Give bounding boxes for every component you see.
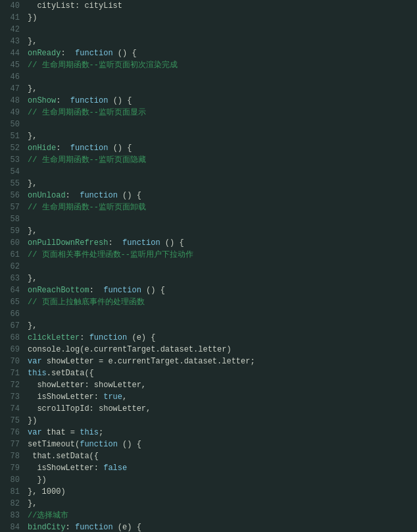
line: 51}, (0, 130, 417, 142)
line: 50 (0, 119, 417, 130)
line-number: 54 (0, 166, 25, 178)
line: 44onReady: function () { (0, 47, 417, 59)
line-number: 70 (0, 356, 25, 367)
line-code: }, (25, 273, 37, 284)
line-code: }) (25, 474, 47, 486)
line-number: 81 (0, 486, 25, 498)
line: 57// 生命周期函数--监听页面卸载 (0, 201, 417, 213)
line-number: 59 (0, 225, 25, 237)
line: 77setTimeout(function () { (0, 439, 417, 450)
line-code: that.setData({ (25, 450, 99, 462)
line: 69console.log(e.currentTarget.dataset.le… (0, 344, 417, 356)
line-number: 47 (0, 83, 25, 95)
line-code: onPullDownRefresh: function () { (25, 237, 184, 249)
line: 60onPullDownRefresh: function () { (0, 237, 417, 249)
line: 41}) (0, 12, 417, 24)
line-code: }, (25, 498, 37, 510)
line-code: }, (25, 320, 37, 332)
line-number: 79 (0, 462, 25, 474)
line: 75}) (0, 415, 417, 427)
line: 54 (0, 166, 417, 178)
line-code: }, (25, 36, 37, 47)
line: 79 isShowLetter: false (0, 462, 417, 474)
line-number: 64 (0, 284, 25, 296)
line-code: clickLetter: function (e) { (25, 332, 155, 344)
line: 43}, (0, 36, 417, 47)
line-number: 66 (0, 308, 25, 320)
line-number: 45 (0, 59, 25, 71)
line-number: 77 (0, 439, 25, 450)
line-code (25, 261, 28, 273)
line-number: 84 (0, 521, 25, 532)
line: 59}, (0, 225, 417, 237)
line-number: 58 (0, 213, 25, 225)
line: 67}, (0, 320, 417, 332)
line-number: 61 (0, 249, 25, 261)
line: 71this.setData({ (0, 367, 417, 379)
line-number: 76 (0, 427, 25, 439)
line-number: 75 (0, 415, 25, 427)
line: 80 }) (0, 474, 417, 486)
line-code: cityList: cityList (25, 0, 122, 12)
line-code: var that = this; (25, 427, 103, 439)
line-code: }) (25, 415, 37, 427)
line: 64onReachBottom: function () { (0, 284, 417, 296)
line: 63}, (0, 273, 417, 284)
line: 66 (0, 308, 417, 320)
line-number: 73 (0, 391, 25, 403)
line-number: 43 (0, 36, 25, 47)
line-code: // 生命周期函数--监听页面隐藏 (25, 154, 146, 166)
line-number: 52 (0, 142, 25, 154)
line-code (25, 119, 28, 130)
line: 73 isShowLetter: true, (0, 391, 417, 403)
line: 84bindCity: function (e) { (0, 521, 417, 532)
line: 56onUnload: function () { (0, 190, 417, 201)
line-code: onReachBottom: function () { (25, 284, 165, 296)
line: 76var that = this; (0, 427, 417, 439)
line-code: console.log(e.currentTarget.dataset.lett… (25, 344, 232, 356)
line-number: 48 (0, 95, 25, 107)
line-code: setTimeout(function () { (25, 439, 141, 450)
line-number: 72 (0, 379, 25, 391)
line-number: 41 (0, 12, 25, 24)
code-editor: 40 cityList: cityList41})4243},44onReady… (0, 0, 417, 532)
line-number: 57 (0, 201, 25, 213)
line: 74 scrollTopId: showLetter, (0, 403, 417, 415)
line: 65// 页面上拉触底事件的处理函数 (0, 296, 417, 308)
line-code: }) (25, 12, 37, 24)
line: 62 (0, 261, 417, 273)
line-code: }, (25, 225, 37, 237)
line-number: 80 (0, 474, 25, 486)
line: 61// 页面相关事件处理函数--监听用户下拉动作 (0, 249, 417, 261)
line-code: onReady: function () { (25, 47, 137, 59)
line-code: }, 1000) (25, 486, 66, 498)
line-code: }, (25, 83, 37, 95)
line-code: // 页面相关事件处理函数--监听用户下拉动作 (25, 249, 193, 261)
line: 45// 生命周期函数--监听页面初次渲染完成 (0, 59, 417, 71)
line-number: 78 (0, 450, 25, 462)
line-code: showLetter: showLetter, (25, 379, 146, 391)
line: 49// 生命周期函数--监听页面显示 (0, 107, 417, 119)
line: 83//选择城市 (0, 510, 417, 521)
line-code: this.setData({ (25, 367, 94, 379)
line: 52onHide: function () { (0, 142, 417, 154)
line-code (25, 166, 28, 178)
line-number: 49 (0, 107, 25, 119)
line-number: 53 (0, 154, 25, 166)
line-code: //选择城市 (25, 510, 68, 521)
line-code: isShowLetter: false (25, 462, 127, 474)
line-code: // 生命周期函数--监听页面初次渲染完成 (25, 59, 178, 71)
line-code (25, 24, 28, 36)
line-code: onShow: function () { (25, 95, 132, 107)
line: 53// 生命周期函数--监听页面隐藏 (0, 154, 417, 166)
line-code (25, 308, 28, 320)
line-number: 51 (0, 130, 25, 142)
line-code: var showLetter = e.currentTarget.dataset… (25, 356, 255, 367)
line-code: // 生命周期函数--监听页面显示 (25, 107, 146, 119)
line: 78 that.setData({ (0, 450, 417, 462)
line: 82}, (0, 498, 417, 510)
line-code: isShowLetter: true, (25, 391, 127, 403)
line: 47}, (0, 83, 417, 95)
line-number: 44 (0, 47, 25, 59)
line-number: 82 (0, 498, 25, 510)
